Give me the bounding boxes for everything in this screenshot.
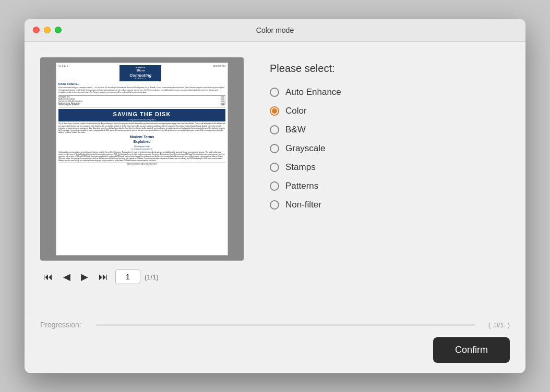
page-input[interactable] [115,270,140,284]
label-grayscale: Grayscale [285,143,326,154]
radio-stamps[interactable] [270,163,279,172]
radio-color[interactable] [270,106,279,116]
mag-logo-reports: REPORTS [122,78,159,80]
maximize-button[interactable] [55,27,62,33]
mag-banner-sub: Using disk recovery programs [128,118,156,121]
mag-columns: You sit down at your computer, ready to … [58,123,225,133]
navigation-controls: ⏮ ◀ ▶ ⏭ (1/1) [40,269,249,285]
mag-data-briefs: DATA BRIEFS... [58,82,225,86]
main-content: Vol. 2 No. 8 BARON'S Micro Computing REP… [25,42,525,312]
label-patterns: Patterns [285,181,318,191]
radio-bw[interactable] [270,125,279,134]
option-non-filter[interactable]: Non-filter [270,200,510,210]
option-bw[interactable]: B&W [270,125,510,135]
mag-col-modem: Understanding communications terminology… [58,151,225,162]
progression-label: Progression: [40,321,87,329]
mag-body-intro: From a command and your computer comes i… [58,87,225,93]
left-panel: Vol. 2 No. 8 BARON'S Micro Computing REP… [40,57,249,301]
window: Color mode Vol. 2 No. 8 BARON'S Micro Co… [25,19,525,373]
first-page-button[interactable]: ⏮ [40,270,56,285]
label-color: Color [285,106,307,116]
play-button[interactable]: ▶ [78,269,91,285]
mag-banner: SAVING THE DISK Using disk recovery prog… [58,109,225,121]
close-button[interactable] [33,27,40,33]
progression-value: ( .0/1. ) [484,321,510,329]
option-patterns[interactable]: Patterns [270,181,510,191]
option-color[interactable]: Color [270,106,510,116]
mag-logo: BARON'S Micro Computing REPORTS [119,65,161,81]
radio-grayscale[interactable] [270,144,279,153]
mag-modem-title: Modem TermsExplained [58,135,225,144]
radio-non-filter[interactable] [270,200,279,210]
magazine-preview: Vol. 2 No. 8 BARON'S Micro Computing REP… [56,63,228,255]
bottom-section: Progression: ( .0/1. ) Confirm [25,312,525,373]
window-title: Color mode [256,26,294,34]
label-non-filter: Non-filter [285,200,321,210]
option-stamps[interactable]: Stamps [270,162,510,173]
mag-logo-micro: Micro [136,69,145,72]
mag-banner-title: SAVING THE DISK [59,111,224,118]
option-auto-enhance[interactable]: Auto Enhance [270,87,510,97]
mag-date: AUGUST 1984 [213,65,225,68]
mag-col-left: You sit down at your computer, ready to … [58,123,225,133]
mag-vol: Vol. 2 No. 8 [58,65,68,68]
option-grayscale[interactable]: Grayscale [270,143,510,154]
radio-patterns[interactable] [270,181,279,191]
progression-row: Progression: ( .0/1. ) [40,321,510,329]
progression-bar-container [95,324,475,326]
please-select-label: Please select: [270,63,510,75]
preview-area: Vol. 2 No. 8 BARON'S Micro Computing REP… [40,57,244,261]
minimize-button[interactable] [44,27,51,33]
prev-page-button[interactable]: ◀ [60,269,74,285]
radio-auto-enhance[interactable] [270,88,279,97]
traffic-lights [33,27,62,33]
radio-color-dot [272,108,277,114]
label-auto-enhance: Auto Enhance [285,87,341,97]
confirm-row: Confirm [40,337,510,363]
mag-toc: Freeing the diskpage 1 Modem terms expla… [58,95,225,107]
last-page-button[interactable]: ⏭ [95,270,111,285]
mag-modem-sub: Finding your wayin telecommunications [58,145,225,150]
confirm-button[interactable]: Confirm [433,337,510,363]
page-of: (1/1) [145,273,159,281]
radio-group: Auto Enhance Color B&W Grayscale [270,87,510,210]
label-stamps: Stamps [285,162,316,173]
right-panel: Please select: Auto Enhance Color B&W [270,57,510,301]
titlebar: Color mode [25,19,525,42]
label-bw: B&W [285,125,306,135]
mag-footer: BARON'S MICROCOMPUTING REPORTS [58,163,225,166]
